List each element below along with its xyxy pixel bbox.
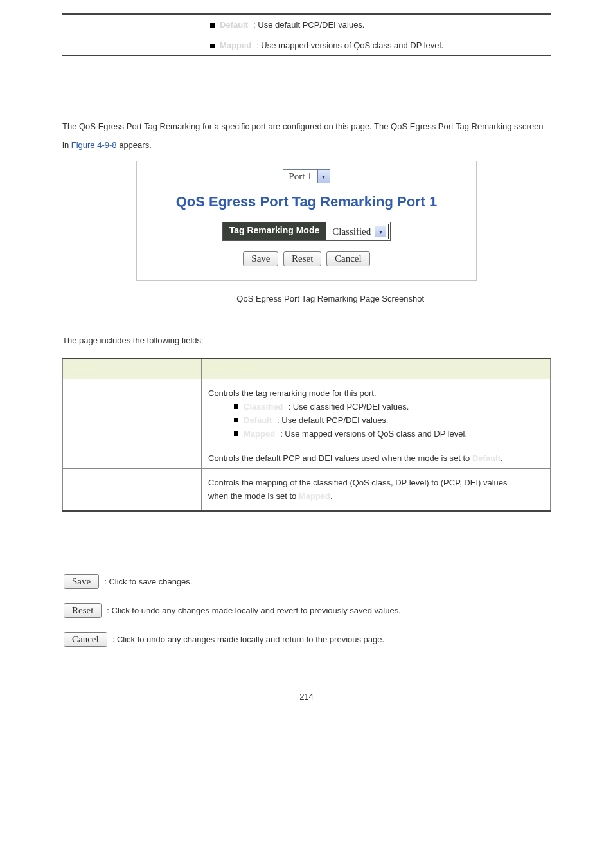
figure-reference-link[interactable]: Figure 4-9-8 [71, 140, 117, 150]
table-row: •(QoS class, DP level) to (PCP, DEI) Map… [63, 469, 551, 511]
option-label: Default [244, 415, 272, 425]
field-desc-text: Controls the tag remarking mode for this… [208, 388, 544, 398]
page-number: 214 [62, 692, 551, 701]
button-desc: : Click to undo any changes made locally… [112, 635, 384, 644]
list-item: Default : Use default PCP/DEI values. [234, 415, 544, 425]
square-bullet-icon [210, 44, 215, 48]
mode-table: Tag Remarking Mode Classified ▾ [222, 222, 391, 241]
reset-button[interactable]: Reset [283, 251, 321, 266]
fields-table: Object Description •Mode Controls the ta… [62, 357, 551, 512]
option-desc: : Use mapped versions of QoS class and D… [280, 429, 467, 439]
save-button[interactable]: Save [243, 251, 278, 266]
cancel-button[interactable]: Cancel [64, 632, 107, 647]
field-desc-cell: Controls the default PCP and DEI values … [202, 448, 551, 469]
screenshot-figure: Port 1 ▾ QoS Egress Port Tag Remarking P… [136, 161, 477, 281]
field-object-cell: •Mode [63, 379, 202, 448]
option-label: Classified [244, 402, 283, 411]
mode-select[interactable]: Classified ▾ [328, 224, 389, 239]
button-explain-row: Reset : Click to undo any changes made l… [62, 603, 551, 618]
field-desc-cell: Controls the mapping of the classified (… [202, 469, 551, 511]
mode-header: Tag Remarking Mode [223, 222, 327, 240]
cancel-button[interactable]: Cancel [326, 251, 370, 266]
figure-caption: Figure 4-9-8 QoS Egress Port Tag Remarki… [62, 294, 551, 303]
button-desc: : Click to save changes. [104, 577, 192, 586]
paragraph-text: appears. [117, 140, 152, 150]
button-explain-row: Save : Click to save changes. [62, 574, 551, 589]
option-desc: : Use default PCP/DEI values. [277, 415, 388, 425]
chevron-down-icon: ▾ [375, 226, 386, 237]
list-item: Classified : Use classified PCP/DEI valu… [234, 402, 544, 411]
square-bullet-icon [234, 418, 238, 422]
figure-caption-text: QoS Egress Port Tag Remarking Page Scree… [236, 294, 424, 303]
reset-button[interactable]: Reset [64, 603, 102, 618]
list-item: Mapped : Use mapped versions of QoS clas… [210, 39, 544, 51]
table-row: •Mode Controls the tag remarking mode fo… [63, 379, 551, 448]
button-desc: : Click to undo any changes made locally… [107, 606, 400, 615]
option-label: Mapped [220, 41, 251, 50]
option-label: Default [220, 20, 248, 30]
figure-title: QoS Egress Port Tag Remarking Port 1 [142, 194, 471, 210]
save-button[interactable]: Save [64, 574, 99, 589]
col-header-description: Description [202, 358, 551, 379]
option-desc: : Use default PCP/DEI values. [253, 20, 364, 30]
port-select[interactable]: Port 1 ▾ [283, 169, 330, 183]
mode-select-value: Classified [331, 226, 375, 237]
prev-table-continuation: Default : Use default PCP/DEI values. Ma… [62, 13, 551, 57]
section-paragraph: The QoS Egress Port Tag Remarking for a … [62, 118, 551, 154]
list-item: Mapped : Use mapped versions of QoS clas… [234, 429, 544, 439]
chevron-down-icon: ▾ [317, 170, 330, 183]
field-object-cell: •(QoS class, DP level) to (PCP, DEI) Map… [63, 469, 202, 511]
buttons-heading: Buttons [62, 550, 551, 560]
table-row: •PCP/DEI Configuration Controls the defa… [63, 448, 551, 469]
figure-caption-number: Figure 4-9-8 [189, 294, 236, 303]
field-object-cell: •PCP/DEI Configuration [63, 448, 202, 469]
option-desc: : Use classified PCP/DEI values. [288, 402, 409, 411]
section-heading: 4.9.5.1 QoS Egress Port Tag Remarking [62, 96, 551, 106]
square-bullet-icon [234, 431, 238, 436]
square-bullet-icon [210, 23, 215, 28]
option-desc: : Use mapped versions of QoS class and D… [256, 41, 443, 50]
option-label: Mapped [244, 429, 275, 439]
col-header-object: Object [63, 358, 202, 379]
list-item: Default : Use default PCP/DEI values. [210, 19, 544, 31]
port-select-value: Port 1 [283, 171, 317, 182]
button-explain-row: Cancel : Click to undo any changes made … [62, 632, 551, 647]
square-bullet-icon [234, 404, 238, 409]
fields-intro: The page includes the following fields: [62, 336, 551, 345]
